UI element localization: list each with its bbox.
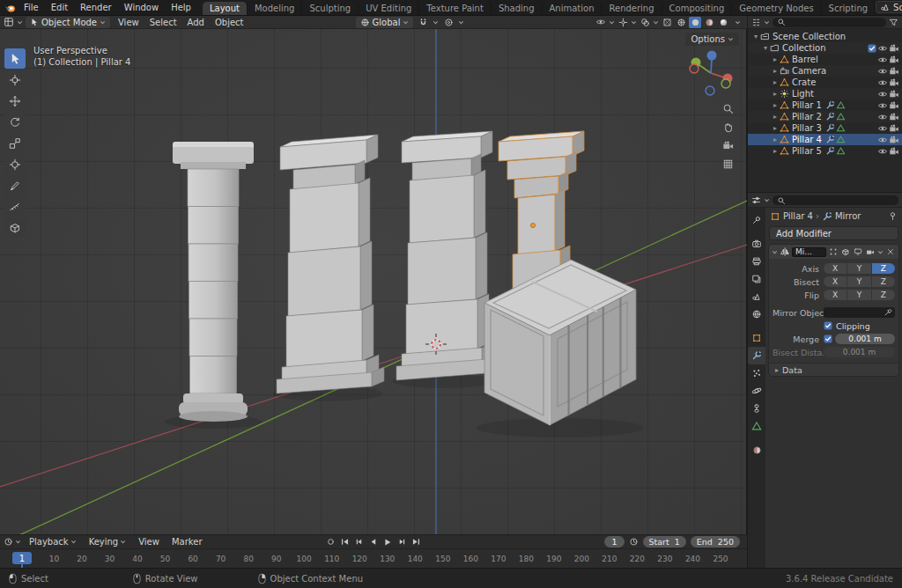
next-keyframe-icon[interactable] xyxy=(397,537,407,547)
outliner-camera-vis-icon[interactable] xyxy=(889,66,899,77)
data-subpanel-header[interactable]: ▸ Data xyxy=(769,363,898,376)
pin-icon[interactable] xyxy=(888,211,898,221)
workspace-tab-uv-editing[interactable]: UV Editing xyxy=(359,2,419,15)
tool-rotate[interactable] xyxy=(4,112,26,132)
breadcrumb-object[interactable]: Pillar 4 xyxy=(783,211,813,221)
disclosure-right-icon[interactable]: ▸ xyxy=(771,113,780,121)
outliner-camera-vis-icon[interactable] xyxy=(889,89,899,99)
visibility-icon[interactable] xyxy=(595,17,607,28)
material-icon[interactable] xyxy=(703,17,715,28)
playhead[interactable]: 1 xyxy=(12,552,32,564)
workspace-tab-sculpting[interactable]: Sculpting xyxy=(302,2,359,15)
outliner-eye-icon[interactable] xyxy=(877,55,888,65)
properties-tab-particles[interactable] xyxy=(748,364,765,382)
outliner-camera-vis-icon[interactable] xyxy=(889,112,899,122)
play-icon[interactable] xyxy=(382,537,393,548)
bisect-toggle-z[interactable]: Z xyxy=(872,276,895,287)
disclosure-right-icon[interactable]: ▸ xyxy=(771,147,780,155)
merge-value-slider[interactable]: 0.001 m xyxy=(835,334,895,344)
disclosure-right-icon[interactable]: ▸ xyxy=(771,67,780,75)
outliner-row-scene-collection[interactable]: ▾Scene Collection xyxy=(748,31,902,42)
options-button[interactable]: Options xyxy=(685,33,739,46)
blender-logo-icon[interactable] xyxy=(4,3,16,14)
edit-mode-toggle-icon[interactable] xyxy=(840,247,851,256)
properties-tab-modifiers[interactable] xyxy=(748,347,765,364)
outliner-row-camera[interactable]: ▸Camera xyxy=(748,65,902,77)
gizmos-icon[interactable] xyxy=(617,17,629,28)
workspace-tab-animation[interactable]: Animation xyxy=(543,2,603,15)
outliner-row-pillar-2[interactable]: ▸Pillar 2 xyxy=(748,111,902,122)
properties-editor-icon[interactable] xyxy=(751,195,761,205)
scene-selector[interactable]: Scene xyxy=(876,1,902,13)
outliner-camera-vis-icon[interactable] xyxy=(889,55,899,65)
modifier-name-field[interactable]: Mi... xyxy=(792,247,826,257)
chevron-down-icon[interactable] xyxy=(458,19,464,26)
workspace-tab-compositing[interactable]: Compositing xyxy=(662,2,733,15)
realtime-toggle-icon[interactable] xyxy=(853,247,863,256)
outliner-row-pillar-1[interactable]: ▸Pillar 1 xyxy=(748,99,902,111)
workspace-tab-geometry-nodes[interactable]: Geometry Nodes xyxy=(732,2,821,15)
outliner-camera-vis-icon[interactable] xyxy=(889,135,899,145)
properties-tab-constraints[interactable] xyxy=(748,400,765,417)
eyedropper-icon[interactable] xyxy=(884,308,892,317)
filter-icon[interactable] xyxy=(889,18,898,27)
properties-tab-output[interactable] xyxy=(748,253,765,270)
gizmo-z-axis[interactable] xyxy=(707,51,717,61)
outliner-search-input[interactable] xyxy=(773,18,886,27)
outliner-eye-icon[interactable] xyxy=(877,135,888,145)
disclosure-right-icon[interactable]: ▸ xyxy=(771,124,780,132)
add-modifier-button[interactable]: Add Modifier xyxy=(769,226,898,240)
workspace-tab-texture-paint[interactable]: Texture Paint xyxy=(419,2,492,15)
properties-tab-render[interactable] xyxy=(748,235,765,253)
navigation-gizmo[interactable] xyxy=(686,48,736,100)
outliner-eye-icon[interactable] xyxy=(877,77,888,88)
properties-tab-world[interactable] xyxy=(748,305,765,323)
menu-window[interactable]: Window xyxy=(118,1,165,14)
properties-tab-view-layer[interactable] xyxy=(748,270,765,288)
shading-options-icon[interactable] xyxy=(731,17,743,28)
modifier-panel-header[interactable]: Mi... xyxy=(769,245,898,259)
timeline-menu-keying[interactable]: Keying xyxy=(83,535,133,548)
outliner-eye-icon[interactable] xyxy=(877,123,888,134)
viewport-3d[interactable]: User Perspective (1) Collection | Pillar… xyxy=(0,29,747,534)
outliner-checkbox-icon[interactable] xyxy=(868,44,876,53)
menu-help[interactable]: Help xyxy=(165,1,197,14)
outliner-camera-vis-icon[interactable] xyxy=(889,146,899,157)
properties-tab-object-data[interactable] xyxy=(748,417,765,435)
outliner-eye-icon[interactable] xyxy=(877,43,888,54)
outliner-row-barrel[interactable]: ▸Barrel xyxy=(748,54,902,65)
frame-end-field[interactable]: End 250 xyxy=(691,536,740,548)
menu-render[interactable]: Render xyxy=(74,1,118,14)
disclosure-right-icon[interactable]: ▸ xyxy=(771,136,780,143)
timeline-editor-icon[interactable] xyxy=(4,537,13,547)
disclosure-down-icon[interactable]: ▾ xyxy=(761,44,770,52)
tool-cursor[interactable] xyxy=(4,70,26,90)
jump-start-icon[interactable] xyxy=(340,537,350,547)
tool-measure[interactable] xyxy=(4,196,26,217)
properties-tab-object[interactable] xyxy=(748,329,765,347)
mode-dropdown[interactable]: Object Mode xyxy=(26,17,110,28)
tool-select-box[interactable] xyxy=(4,48,26,69)
prev-keyframe-icon[interactable] xyxy=(354,537,364,547)
transform-orientation-dropdown[interactable]: Global xyxy=(356,17,414,28)
timeline-menu-marker[interactable]: Marker xyxy=(166,535,209,548)
collapse-chevron-icon[interactable] xyxy=(772,249,778,255)
bisect-toggle-x[interactable]: X xyxy=(824,276,847,287)
disclosure-right-icon[interactable]: ▸ xyxy=(771,78,780,86)
auto-key-icon[interactable] xyxy=(326,537,336,547)
disclosure-down-icon[interactable]: ▾ xyxy=(751,33,760,40)
tool-annotate[interactable] xyxy=(4,175,26,195)
outliner-row-crate[interactable]: ▸Crate xyxy=(748,77,902,88)
merge-checkbox[interactable] xyxy=(824,334,832,343)
workspace-tab-rendering[interactable]: Rendering xyxy=(602,2,662,15)
modifier-extras-icon[interactable] xyxy=(877,249,884,255)
flip-toggle-y[interactable]: Y xyxy=(847,290,870,300)
workspace-tab-layout[interactable]: Layout xyxy=(203,2,248,15)
axis-toggle-z[interactable]: Z xyxy=(872,263,895,274)
outliner-eye-icon[interactable] xyxy=(877,100,888,111)
outliner-camera-vis-icon[interactable] xyxy=(889,77,899,88)
bisect-toggle-y[interactable]: Y xyxy=(847,276,870,287)
outliner-camera-vis-icon[interactable] xyxy=(889,123,899,134)
disclosure-right-icon[interactable]: ▸ xyxy=(771,55,780,63)
tool-scale[interactable] xyxy=(4,133,26,153)
